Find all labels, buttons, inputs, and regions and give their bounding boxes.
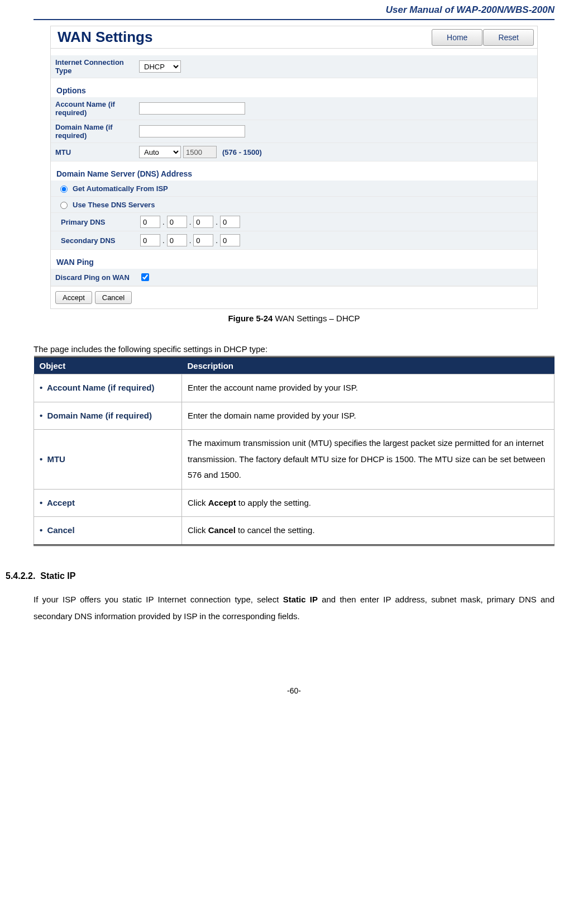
obj-cell: Cancel [47,525,74,535]
discard-ping-label: Discard Ping on WAN [55,273,139,282]
secondary-dns-oct2[interactable] [167,234,187,246]
obj-cell: Domain Name (if required) [47,411,152,420]
secondary-dns-label: Secondary DNS [61,236,140,245]
doc-header: User Manual of WAP-200N/WBS-200N [34,0,554,20]
wan-ping-heading: WAN Ping [51,250,537,269]
secondary-dns-oct4[interactable] [220,234,240,246]
primary-dns-oct4[interactable] [220,216,240,228]
table-row: • Accept Click Accept to apply the setti… [34,489,554,517]
primary-dns-label: Primary DNS [61,218,140,226]
mtu-mode-select[interactable]: Auto [139,146,181,158]
figure-caption: Figure 5-24 WAN Settings – DHCP [34,309,554,334]
obj-cell: MTU [47,454,65,464]
home-button[interactable]: Home [432,29,482,46]
figure-text: WAN Settings – DHCP [273,314,360,323]
wan-settings-screenshot: WAN Settings Home Reset Internet Connect… [50,26,538,309]
options-heading: Options [51,78,537,97]
table-row: • MTU The maximum transmission unit (MTU… [34,430,554,490]
desc-cell: Enter the domain name provided by your I… [182,402,554,430]
mtu-range-text: (576 - 1500) [219,148,262,156]
accept-button[interactable]: Accept [55,291,92,304]
intro-text: The page includes the following specific… [34,344,554,354]
cancel-button[interactable]: Cancel [95,291,132,304]
obj-cell: Account Name (if required) [47,383,155,392]
figure-number: Figure 5-24 [228,314,273,323]
desc-cell: Click Cancel to cancel the setting. [182,517,554,545]
domain-name-label: Domain Name (if required) [55,123,139,140]
discard-ping-checkbox[interactable] [141,273,149,281]
dns-section-heading: Domain Name Server (DNS) Address [51,162,537,180]
reset-button[interactable]: Reset [483,29,534,46]
mtu-value-input [183,146,217,158]
primary-dns-oct1[interactable] [140,216,160,228]
section-heading: 5.4.2.2. Static IP [6,571,554,581]
conn-type-select[interactable]: DHCP [139,60,181,73]
dns-manual-label: Use These DNS Servers [73,201,155,209]
dns-auto-radio[interactable] [60,186,68,193]
primary-dns-oct3[interactable] [193,216,213,228]
primary-dns-oct2[interactable] [167,216,187,228]
domain-name-input[interactable] [139,125,245,137]
th-object: Object [34,357,182,374]
obj-cell: Accept [47,498,75,507]
description-table: Object Description • Account Name (if re… [34,356,554,546]
wan-title: WAN Settings [54,28,152,46]
desc-cell: Click Accept to apply the setting. [182,489,554,517]
dns-manual-radio[interactable] [60,202,68,209]
secondary-dns-oct3[interactable] [193,234,213,246]
dns-auto-label: Get Automatically From ISP [73,184,168,193]
table-row: • Cancel Click Cancel to cancel the sett… [34,517,554,545]
account-name-label: Account Name (if required) [55,100,139,117]
desc-cell: Enter the account name provided by your … [182,374,554,402]
section-body: If your ISP offers you static IP Interne… [34,591,554,625]
mtu-label: MTU [55,148,139,156]
table-row: • Domain Name (if required) Enter the do… [34,402,554,430]
secondary-dns-oct1[interactable] [140,234,160,246]
page-number: -60- [34,625,554,695]
table-row: • Account Name (if required) Enter the a… [34,374,554,402]
desc-cell: The maximum transmission unit (MTU) spec… [182,430,554,490]
conn-type-label: Internet Connection Type [55,58,139,75]
th-description: Description [182,357,554,374]
account-name-input[interactable] [139,102,245,115]
